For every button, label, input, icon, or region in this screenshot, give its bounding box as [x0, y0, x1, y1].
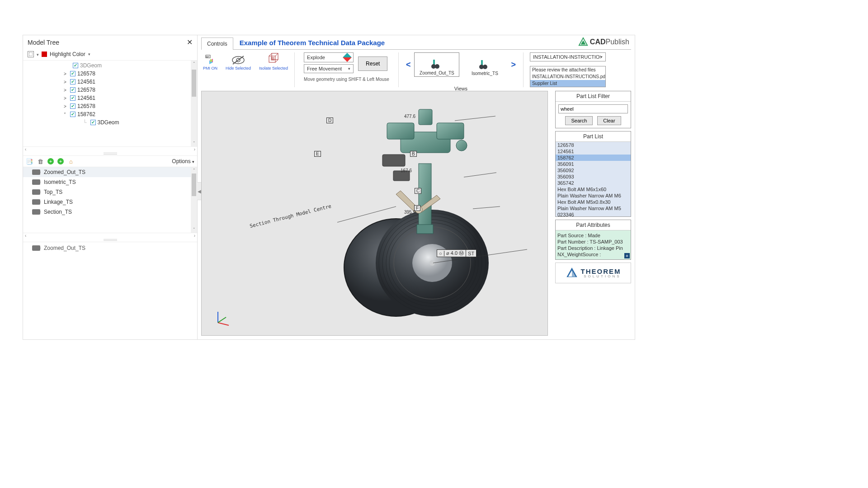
expand-attrs-icon[interactable]: + — [624, 253, 630, 258]
list-mode-dropdown[interactable] — [37, 51, 39, 57]
part-list-item[interactable]: 158762 — [556, 155, 631, 161]
filter-input[interactable] — [558, 104, 628, 113]
view-item[interactable]: Top_TS — [23, 187, 197, 197]
view-item[interactable]: Zoomed_Out_TS — [23, 167, 197, 177]
dim-c: 395.9 — [404, 210, 415, 215]
view-thumb-zoomed[interactable]: Zoomed_Out_TS — [414, 52, 459, 77]
part-list-item[interactable]: 124561 — [556, 148, 631, 155]
part-list[interactable]: 1265781245611587623560913560923560933657… — [556, 142, 631, 216]
pmi-toggle[interactable]: PMI ON — [203, 54, 217, 70]
views-list[interactable]: Zoomed_Out_TSIsometric_TSTop_TSLinkage_T… — [23, 167, 197, 233]
part-list-panel: Part List 126578124561158762356091356092… — [555, 131, 631, 217]
3d-viewport[interactable]: B C D E F 477.6 167.6 395.9 Section Thro… — [201, 91, 548, 336]
add-view-icon[interactable]: + — [47, 158, 54, 164]
svg-rect-34 — [382, 155, 405, 166]
home-icon[interactable]: ⌂ — [67, 158, 75, 165]
part-list-item[interactable]: Plain Washer Narrow AM M5 — [556, 205, 631, 211]
attachment-list[interactable]: Please review the attached files INSTALL… — [530, 66, 606, 87]
explode-dropdown[interactable]: Explode — [304, 52, 354, 62]
views-scrollbar[interactable]: ˄˅ — [191, 167, 197, 233]
svg-line-44 — [218, 317, 226, 323]
splitter-grip-2[interactable] — [104, 239, 117, 241]
checkbox-icon[interactable]: ✔ — [73, 63, 78, 68]
svg-line-13 — [269, 53, 272, 56]
list-mode-icon[interactable] — [28, 51, 34, 57]
splitter-grip[interactable] — [104, 153, 117, 155]
part-list-item[interactable]: 356092 — [556, 167, 631, 174]
current-view-label: Zoomed_Out_TS — [44, 245, 85, 251]
attr-number: Part Number : TS-SAMP_003 — [557, 239, 629, 245]
svg-rect-32 — [419, 109, 432, 125]
current-view-row[interactable]: Zoomed_Out_TS — [23, 242, 197, 254]
part-list-item[interactable]: 023346 — [556, 211, 631, 216]
document-select[interactable]: INSTALLATION-INSTRUCTIONS.pdf▾ — [530, 52, 606, 61]
tree-item[interactable]: ✔3DGeom — [23, 61, 197, 70]
svg-line-37 — [455, 116, 495, 121]
axis-triad-icon — [214, 308, 232, 326]
hide-selected-button[interactable]: Hide Selected — [226, 55, 251, 70]
highlight-color-label[interactable]: Highlight Color — [50, 51, 85, 57]
checkbox-icon[interactable]: ✔ — [70, 71, 75, 76]
views-prev-icon[interactable]: < — [405, 60, 412, 70]
checkbox-icon[interactable]: ✔ — [90, 120, 96, 125]
svg-rect-30 — [387, 123, 414, 139]
tree-item[interactable]: >✔126578 — [23, 86, 197, 94]
tree-item[interactable]: >✔126578 — [23, 70, 197, 78]
part-list-item[interactable]: 126578 — [556, 142, 631, 148]
view-item[interactable]: Isometric_TS — [23, 177, 197, 187]
add-view-icon-2[interactable]: + — [57, 158, 64, 164]
camera-icon — [32, 189, 40, 195]
part-list-item[interactable]: 356093 — [556, 174, 631, 180]
options-dropdown[interactable]: Options ▾ — [172, 158, 194, 164]
tab-controls[interactable]: Controls — [201, 38, 233, 50]
close-icon[interactable]: ✕ — [187, 38, 193, 47]
explode-icon — [343, 53, 352, 62]
model-tree-title: Model Tree — [28, 39, 59, 46]
isolate-selected-button[interactable]: Isolate Selected — [259, 52, 288, 70]
page-title: Example of Theorem Technical Data Packag… — [240, 37, 385, 47]
checkbox-icon[interactable]: ✔ — [70, 112, 75, 117]
callout-b: B — [410, 151, 417, 157]
checkbox-icon[interactable]: ✔ — [70, 79, 75, 84]
tree-scrollbar[interactable]: ˄˅ — [191, 61, 197, 146]
checkbox-icon[interactable]: ✔ — [70, 95, 75, 101]
search-button[interactable]: Search — [565, 116, 593, 125]
tree-item[interactable]: >✔124561 — [23, 94, 197, 102]
dim-b: 167.6 — [401, 168, 412, 173]
theorem-logo: THEOREMSOLUTIONS — [555, 263, 631, 283]
part-list-item[interactable]: Hex Bolt AM M6x1x60 — [556, 186, 631, 192]
save-view-icon[interactable]: 📑 — [26, 158, 33, 165]
attr-source: Part Source : Made — [557, 232, 629, 239]
tree-item[interactable]: >✔124561 — [23, 78, 197, 86]
camera-icon — [32, 199, 40, 205]
part-list-item[interactable]: 365742 — [556, 180, 631, 186]
tree-item[interactable]: ˅✔158762 — [23, 110, 197, 118]
tree-item[interactable]: >✔126578 — [23, 102, 197, 110]
clear-button[interactable]: Clear — [597, 116, 621, 125]
tree-item[interactable]: └✔3DGeom — [23, 118, 197, 127]
svg-rect-31 — [437, 123, 464, 139]
view-item[interactable]: Section_TS — [23, 207, 197, 217]
svg-line-43 — [218, 323, 229, 325]
checkbox-icon[interactable]: ✔ — [70, 87, 75, 93]
attr-weight: NX_WeightSource : — [557, 251, 629, 258]
svg-line-39 — [473, 206, 500, 209]
gdt-frame: ○⌀ 4.0 ⓂST — [437, 249, 476, 257]
highlight-color-swatch[interactable] — [42, 52, 47, 57]
views-next-icon[interactable]: > — [510, 60, 517, 70]
part-list-item[interactable]: Hex Bolt AM M5x0.8x30 — [556, 199, 631, 205]
callout-d: D — [326, 117, 333, 123]
view-item[interactable]: Linkage_TS — [23, 197, 197, 207]
movement-dropdown[interactable]: Free Movement▾ — [304, 64, 354, 73]
part-list-item[interactable]: 356091 — [556, 161, 631, 167]
checkbox-icon[interactable]: ✔ — [70, 103, 75, 109]
views-h-scroll[interactable]: ‹› — [23, 233, 197, 238]
svg-rect-16 — [271, 57, 274, 61]
reset-button[interactable]: Reset — [358, 56, 387, 71]
chevron-down-icon[interactable]: ▾ — [88, 52, 90, 56]
trash-icon[interactable]: 🗑 — [37, 158, 44, 165]
tree-h-scroll[interactable]: ‹› — [23, 146, 197, 152]
part-list-item[interactable]: Plain Washer Narrow AM M6 — [556, 192, 631, 199]
model-tree[interactable]: ✔3DGeom>✔126578>✔124561>✔126578>✔124561>… — [23, 61, 197, 146]
view-thumb-iso[interactable]: Isometric_TS — [462, 52, 507, 77]
